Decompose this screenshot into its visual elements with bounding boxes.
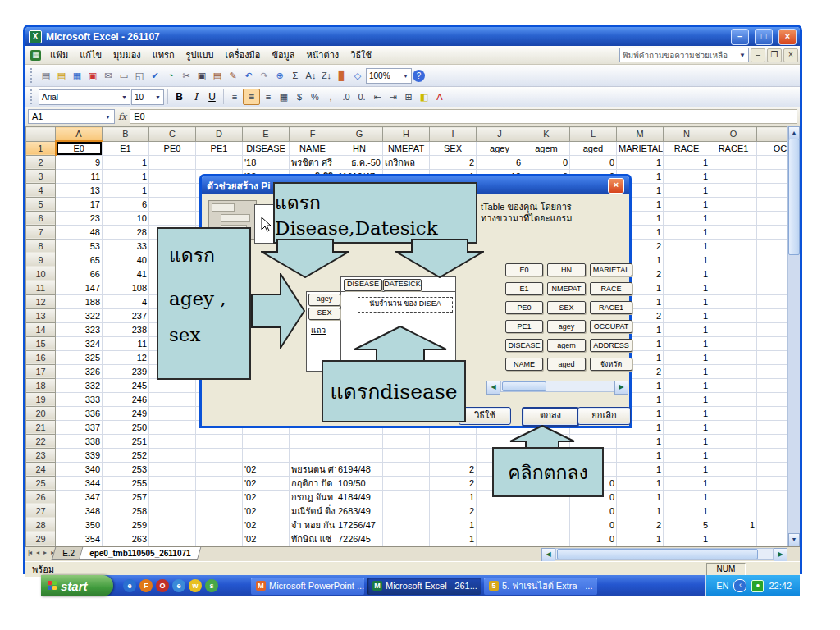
currency-icon[interactable]: $ (292, 89, 307, 104)
cell[interactable]: 347 (56, 490, 103, 504)
font-color-icon[interactable]: A (432, 89, 447, 104)
hyperlink-icon[interactable]: ⊕ (272, 68, 287, 83)
cell[interactable]: ทักษิณ แซ่ (290, 532, 336, 546)
field-list-scrollbar[interactable]: ◀ ▶ (486, 381, 628, 392)
column-header-O[interactable]: O (710, 127, 757, 142)
field-button-PE1[interactable]: PE1 (505, 320, 543, 333)
cell[interactable]: 337 (56, 420, 103, 434)
name-box[interactable]: A1 ▼ (28, 109, 115, 124)
cell[interactable] (710, 155, 757, 169)
scroll-thumb[interactable] (502, 381, 546, 391)
task-excel[interactable]: MMicrosoft Excel - 261... (368, 578, 481, 595)
cell[interactable] (710, 532, 757, 546)
cell[interactable]: 1 (664, 434, 710, 448)
row-header-3[interactable]: 3 (26, 169, 56, 183)
print-preview-icon[interactable]: ◱ (132, 68, 147, 83)
cell[interactable]: 17256/47 (336, 518, 383, 532)
menu-item-2[interactable]: มุมมอง (107, 48, 147, 62)
cell[interactable]: 1 (664, 448, 710, 462)
ok-button[interactable]: ตกลง (522, 407, 579, 427)
chevron-icon[interactable]: ‹ (733, 579, 746, 592)
cell[interactable] (336, 434, 383, 448)
column-header-H[interactable]: H (383, 127, 430, 142)
cell[interactable]: 0 (570, 532, 617, 546)
redo-icon[interactable]: ↷ (257, 68, 272, 83)
cell[interactable]: 246 (103, 392, 149, 406)
cell[interactable]: 249 (103, 406, 149, 420)
paste-icon[interactable]: ▤ (210, 68, 225, 83)
comma-icon[interactable]: , (323, 89, 338, 104)
horizontal-scroll-thumb[interactable] (557, 549, 758, 559)
dialog-close-icon[interactable]: × (608, 178, 624, 194)
minimize-icon[interactable]: – (731, 29, 749, 45)
cell[interactable]: 344 (56, 476, 103, 490)
permission-icon[interactable]: ▣ (85, 68, 100, 83)
cell[interactable]: 1 (664, 336, 710, 350)
cell[interactable]: 48 (56, 225, 103, 239)
cell[interactable]: HN (336, 141, 383, 155)
column-header-M[interactable]: M (617, 127, 664, 142)
cell[interactable]: 65 (56, 253, 103, 267)
row-header-2[interactable]: 2 (26, 155, 56, 169)
cut-icon[interactable]: ✂ (179, 68, 194, 83)
messenger-icon[interactable]: s (205, 579, 218, 592)
cell[interactable] (710, 504, 757, 518)
row-header-19[interactable]: 19 (26, 392, 56, 406)
cell[interactable] (149, 378, 196, 392)
cell[interactable]: RACE (664, 141, 710, 155)
cell[interactable] (710, 322, 757, 336)
cell[interactable]: 1 (664, 490, 710, 504)
agent-icon[interactable]: ● (751, 580, 764, 592)
save-icon[interactable]: ▦ (70, 68, 84, 83)
cell[interactable] (383, 448, 430, 462)
cell[interactable]: 1 (617, 448, 664, 462)
cell[interactable]: 9 (56, 155, 103, 169)
cell[interactable]: 259 (103, 518, 149, 532)
help-icon[interactable]: ? (413, 70, 425, 82)
cell[interactable] (196, 518, 243, 532)
open-icon[interactable]: ▤ (54, 68, 69, 83)
column-header-D[interactable]: D (196, 127, 243, 142)
cell[interactable]: 1 (664, 308, 710, 322)
column-header-F[interactable]: F (290, 127, 336, 142)
cell[interactable]: 348 (56, 504, 103, 518)
cell[interactable]: PE0 (149, 141, 196, 155)
menu-item-5[interactable]: เครื่องมือ (220, 48, 267, 62)
cell[interactable]: 11 (56, 169, 103, 183)
cell[interactable]: 6 (477, 155, 523, 169)
spelling-icon[interactable]: ✔ (148, 68, 162, 83)
cell[interactable] (149, 211, 196, 225)
row-header-7[interactable]: 7 (26, 225, 56, 239)
next-sheet-icon[interactable]: ▸ (41, 547, 48, 558)
insert-function-icon[interactable]: fx (118, 112, 126, 122)
vertical-scroll-thumb[interactable] (788, 139, 800, 255)
cell[interactable] (710, 239, 757, 253)
cell[interactable] (243, 448, 290, 462)
cell[interactable] (196, 155, 243, 169)
cell[interactable]: 1 (664, 378, 710, 392)
cell[interactable] (149, 518, 196, 532)
cell[interactable]: 2 (430, 476, 477, 490)
cell[interactable] (149, 504, 196, 518)
cell[interactable]: 1 (664, 197, 710, 211)
cell[interactable] (710, 267, 757, 281)
row-header-10[interactable]: 10 (26, 267, 56, 281)
cell[interactable] (710, 406, 757, 420)
cell[interactable]: 1 (617, 462, 664, 476)
cell[interactable] (523, 532, 570, 546)
cell[interactable]: จำ หอย กัน (290, 518, 336, 532)
format-painter-icon[interactable]: ✎ (226, 68, 240, 83)
cell[interactable]: ธ.ค.-50 (336, 155, 383, 169)
cell[interactable]: 332 (56, 378, 103, 392)
cell[interactable]: 325 (56, 350, 103, 364)
cell[interactable]: '02 (243, 462, 290, 476)
cell[interactable]: 1 (617, 532, 664, 546)
cell[interactable] (149, 155, 196, 169)
scroll-up-icon[interactable]: ▲ (788, 126, 800, 139)
toolbar-grip[interactable] (30, 89, 35, 104)
row-header-29[interactable]: 29 (26, 532, 56, 546)
opera-icon[interactable]: O (156, 579, 169, 592)
cell[interactable]: 1 (664, 294, 710, 308)
cell[interactable]: aged (570, 141, 617, 155)
cell[interactable]: 336 (56, 406, 103, 420)
